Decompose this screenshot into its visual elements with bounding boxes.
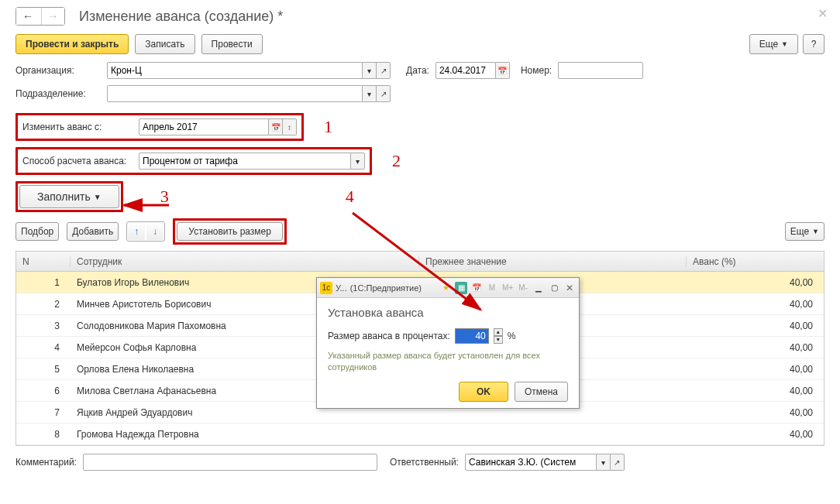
- cell-n: 1: [16, 277, 71, 288]
- cell-advance: 40,00: [687, 407, 824, 418]
- method-input[interactable]: [139, 153, 351, 170]
- number-label: Номер:: [521, 65, 552, 76]
- calc-icon[interactable]: ▦: [455, 282, 467, 294]
- restore-icon[interactable]: ▢: [548, 282, 560, 294]
- org-dropdown-icon[interactable]: ▾: [363, 62, 377, 79]
- nav-back-button[interactable]: ←: [16, 8, 40, 25]
- date-input[interactable]: [435, 62, 496, 79]
- help-button[interactable]: ?: [803, 34, 825, 54]
- advance-size-input[interactable]: [455, 328, 489, 344]
- dept-open-icon[interactable]: ↗: [377, 85, 391, 102]
- add-button[interactable]: Добавить: [67, 222, 119, 241]
- responsible-dropdown-icon[interactable]: ▾: [597, 454, 611, 471]
- change-from-input[interactable]: [139, 118, 269, 135]
- change-from-label: Изменить аванс с:: [22, 122, 131, 132]
- percent-label: %: [508, 331, 516, 341]
- date-label: Дата:: [406, 65, 429, 76]
- dialog-heading: Установка аванса: [328, 306, 568, 319]
- pick-button[interactable]: Подбор: [15, 222, 59, 241]
- move-buttons: ↑ ↓: [126, 221, 165, 242]
- cell-n: 7: [16, 407, 71, 418]
- mplus-icon[interactable]: M+: [501, 282, 514, 294]
- cell-n: 4: [16, 342, 71, 353]
- cell-advance: 40,00: [687, 342, 824, 353]
- spinner-icon[interactable]: ↕: [283, 118, 297, 135]
- dept-label: Подразделение:: [15, 88, 101, 99]
- comment-label: Комментарий:: [15, 457, 77, 468]
- org-input[interactable]: [107, 62, 363, 79]
- dialog-title-short: У...: [336, 283, 347, 293]
- col-employee[interactable]: Сотрудник: [71, 256, 419, 267]
- advance-spinner: ▲ ▼: [494, 328, 503, 344]
- favorite-icon[interactable]: ★: [439, 282, 452, 294]
- dept-input[interactable]: [107, 85, 363, 102]
- cell-n: 6: [16, 386, 71, 396]
- col-prev[interactable]: Прежнее значение: [419, 256, 687, 267]
- annotation-marker-3: 3: [160, 187, 169, 207]
- responsible-label: Ответственный:: [390, 457, 459, 468]
- m-icon[interactable]: M: [486, 282, 498, 294]
- cell-advance: 40,00: [687, 386, 824, 396]
- col-advance[interactable]: Аванс (%): [687, 256, 824, 267]
- move-up-button[interactable]: ↑: [128, 223, 145, 240]
- move-down-button[interactable]: ↓: [146, 223, 164, 240]
- col-n[interactable]: N: [16, 256, 71, 267]
- cell-advance: 40,00: [687, 364, 824, 375]
- cell-n: 3: [16, 321, 71, 331]
- annotation-marker-2: 2: [392, 151, 401, 171]
- nav-arrows: ← →: [15, 7, 65, 26]
- comment-input[interactable]: [83, 454, 377, 471]
- spin-up-button[interactable]: ▲: [494, 328, 503, 336]
- fill-button[interactable]: Заполнить▼: [19, 185, 119, 208]
- table-row[interactable]: 8Громова Надежда Петровна40,00: [16, 423, 824, 445]
- mminus-icon[interactable]: M-: [517, 282, 529, 294]
- cell-employee: Громова Надежда Петровна: [71, 429, 419, 440]
- set-size-button[interactable]: Установить размер: [177, 222, 283, 241]
- calendar-icon[interactable]: 📅: [269, 118, 283, 135]
- post-and-close-button[interactable]: Провести и закрыть: [15, 34, 129, 54]
- dialog-close-icon[interactable]: ✕: [563, 283, 576, 293]
- cell-n: 5: [16, 364, 71, 375]
- calendar-icon[interactable]: 📅: [496, 62, 510, 79]
- dept-dropdown-icon[interactable]: ▾: [363, 85, 377, 102]
- dialog-title-app: (1С:Предприятие): [350, 283, 422, 293]
- cell-advance: 40,00: [687, 277, 824, 288]
- page-title: Изменение аванса (создание) *: [79, 9, 283, 25]
- org-open-icon[interactable]: ↗: [377, 62, 391, 79]
- table-more-button[interactable]: Еще▼: [785, 222, 825, 241]
- close-icon[interactable]: ✕: [818, 6, 828, 21]
- cell-n: 8: [16, 429, 71, 440]
- cancel-button[interactable]: Отмена: [515, 382, 568, 402]
- annotation-marker-1: 1: [324, 117, 332, 137]
- org-label: Организация:: [15, 65, 101, 76]
- save-button[interactable]: Записать: [135, 34, 195, 54]
- nav-forward-button[interactable]: →: [41, 8, 64, 25]
- more-button[interactable]: Еще▼: [749, 34, 798, 54]
- responsible-input[interactable]: [465, 454, 597, 471]
- annotation-marker-4: 4: [346, 187, 354, 207]
- cell-advance: 40,00: [687, 321, 824, 331]
- cell-n: 2: [16, 299, 71, 310]
- post-button[interactable]: Провести: [201, 34, 263, 54]
- spin-down-button[interactable]: ▼: [494, 336, 503, 344]
- cell-advance: 40,00: [687, 429, 824, 440]
- advance-size-label: Размер аванса в процентах:: [328, 331, 450, 341]
- responsible-open-icon[interactable]: ↗: [611, 454, 625, 471]
- calendar-tb-icon[interactable]: 📅: [470, 282, 483, 294]
- ok-button[interactable]: OK: [459, 382, 508, 402]
- dialog-hint: Указанный размер аванса будет установлен…: [328, 350, 568, 374]
- minimize-icon[interactable]: ▁: [532, 282, 545, 294]
- method-label: Способ расчета аванса:: [22, 156, 131, 166]
- number-input[interactable]: [558, 62, 643, 79]
- app-icon: 1c: [320, 282, 332, 294]
- method-dropdown-icon[interactable]: ▾: [351, 153, 365, 170]
- advance-dialog: 1c У... (1С:Предприятие) ★ ▦ 📅 M M+ M- ▁…: [316, 277, 580, 409]
- cell-advance: 40,00: [687, 299, 824, 310]
